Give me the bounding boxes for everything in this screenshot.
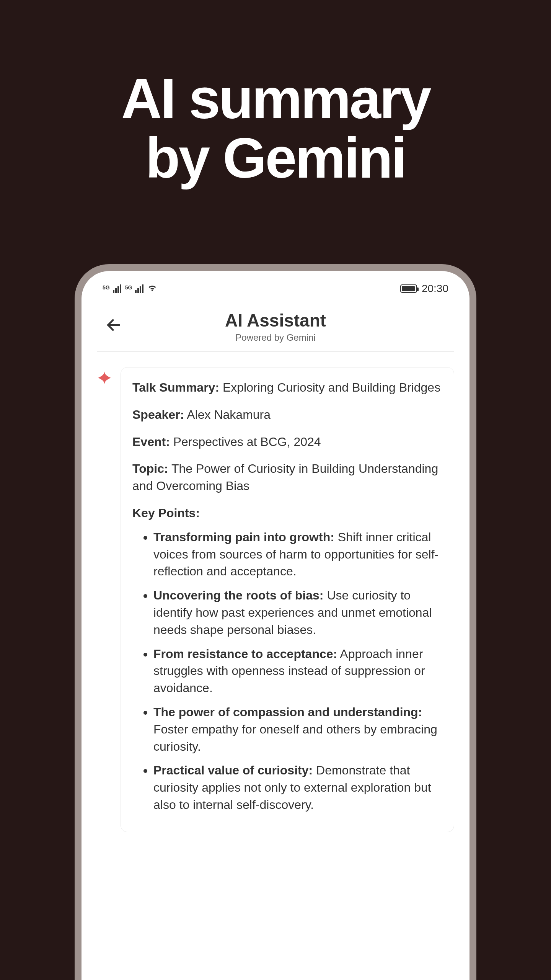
hero-title: AI summary by Gemini xyxy=(0,0,551,188)
topic-label: Topic: xyxy=(132,462,168,475)
signal-group-2: 5G xyxy=(125,284,144,293)
talk-summary-label: Talk Summary: xyxy=(132,381,219,394)
phone-screen: 5G 5G 20:30 xyxy=(82,271,469,980)
signal-bars-icon xyxy=(113,284,121,293)
key-point-title: Transforming pain into growth: xyxy=(153,530,334,544)
event-row: Event: Perspectives at BCG, 2024 xyxy=(132,433,442,451)
talk-summary-value: Exploring Curiosity and Building Bridges xyxy=(223,381,440,394)
list-item: From resistance to acceptance: Approach … xyxy=(153,645,442,697)
signal-group-1: 5G xyxy=(103,284,121,293)
phone-frame: 5G 5G 20:30 xyxy=(75,264,476,980)
sparkle-icon xyxy=(97,370,112,385)
arrow-left-icon xyxy=(105,317,122,333)
signal-bars-icon xyxy=(135,284,143,293)
app-header: AI Assistant Powered by Gemini xyxy=(97,299,454,352)
key-point-title: Practical value of curiosity: xyxy=(153,763,313,777)
event-value: Perspectives at BCG, 2024 xyxy=(173,435,321,449)
page-title: AI Assistant xyxy=(97,310,454,331)
list-item: Uncovering the roots of bias: Use curios… xyxy=(153,587,442,638)
chat-content: Talk Summary: Exploring Curiosity and Bu… xyxy=(82,352,469,832)
speaker-label: Speaker: xyxy=(132,408,184,421)
wifi-icon xyxy=(147,283,157,295)
status-bar: 5G 5G 20:30 xyxy=(82,271,469,299)
clock: 20:30 xyxy=(422,283,448,295)
list-item: Practical value of curiosity: Demonstrat… xyxy=(153,762,442,813)
event-label: Event: xyxy=(132,435,170,449)
speaker-value: Alex Nakamura xyxy=(187,408,271,421)
network-label-2: 5G xyxy=(125,284,132,291)
page-subtitle: Powered by Gemini xyxy=(97,332,454,343)
key-points-list: Transforming pain into growth: Shift inn… xyxy=(132,529,442,813)
summary-card: Talk Summary: Exploring Curiosity and Bu… xyxy=(121,367,454,832)
talk-summary-row: Talk Summary: Exploring Curiosity and Bu… xyxy=(132,379,442,396)
key-point-title: From resistance to acceptance: xyxy=(153,647,337,661)
list-item: Transforming pain into growth: Shift inn… xyxy=(153,529,442,580)
status-left: 5G 5G xyxy=(103,283,157,295)
topic-row: Topic: The Power of Curiosity in Buildin… xyxy=(132,460,442,495)
key-point-title: The power of compassion and understandin… xyxy=(153,705,422,719)
back-button[interactable] xyxy=(104,316,123,334)
key-points-label: Key Points: xyxy=(132,505,442,522)
network-label-1: 5G xyxy=(103,284,110,291)
hero-line-1: AI summary xyxy=(0,69,551,128)
key-point-body: Foster empathy for oneself and others by… xyxy=(153,722,437,753)
status-right: 20:30 xyxy=(400,283,448,295)
speaker-row: Speaker: Alex Nakamura xyxy=(132,406,442,423)
key-point-title: Uncovering the roots of bias: xyxy=(153,588,323,602)
list-item: The power of compassion and understandin… xyxy=(153,704,442,755)
topic-value: The Power of Curiosity in Building Under… xyxy=(132,462,438,493)
hero-line-2: by Gemini xyxy=(0,128,551,188)
battery-icon xyxy=(400,284,417,293)
